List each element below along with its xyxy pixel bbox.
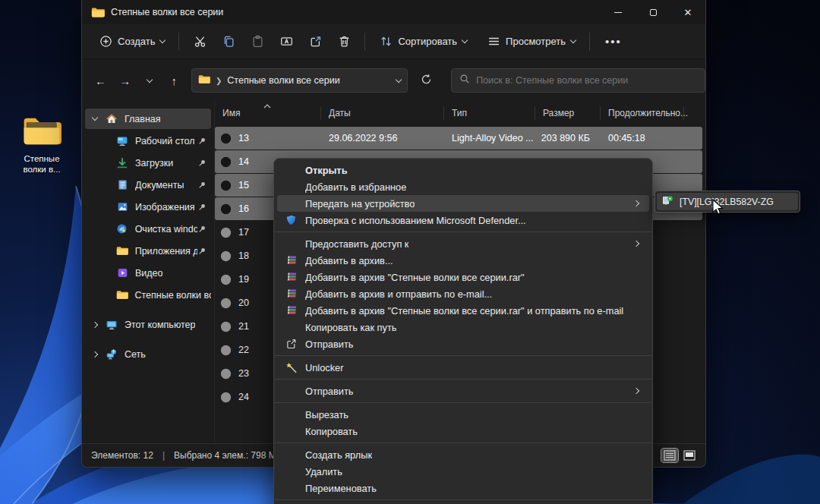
play-media-icon [220, 156, 232, 168]
sidebar-item-videos[interactable]: Видео [85, 263, 211, 283]
pin-icon [197, 159, 207, 168]
tv-device-icon [661, 195, 673, 209]
context-menu-item-add-to-archive[interactable]: Добавить в архив... [277, 252, 649, 269]
sidebar-item-label: Главная [125, 114, 161, 124]
context-menu-item-open[interactable]: Открыть [277, 162, 649, 178]
chevron-right-icon[interactable] [92, 351, 98, 357]
context-menu-item-share[interactable]: Отправить [277, 335, 649, 352]
chevron-down-icon [570, 37, 576, 43]
column-header-date[interactable]: Даты [321, 106, 444, 120]
share-icon [285, 338, 298, 351]
sidebar-item-network[interactable]: Сеть [85, 344, 211, 364]
desktop: Степные волки в... Степные волки все сер… [0, 0, 820, 504]
column-header-duration[interactable]: Продолжительно... [601, 106, 684, 120]
breadcrumb[interactable]: ❯ Степные волки все серии [191, 68, 408, 93]
sort-button[interactable]: Сортировать [371, 30, 475, 53]
sidebar-item-home[interactable]: Главная [85, 109, 211, 129]
winrar-icon [285, 271, 298, 284]
context-menu-item-cut[interactable]: Вырезать [277, 406, 649, 423]
details-view-button[interactable] [661, 449, 678, 462]
new-button[interactable]: Создать [91, 30, 172, 53]
toolbar-divider [364, 33, 365, 51]
copy-icon [222, 35, 235, 49]
cast-device-label: [TV][LG]32LB582V-ZG [680, 197, 774, 207]
documents-icon [115, 178, 129, 192]
share-button[interactable] [301, 30, 330, 53]
chevron-right-icon [633, 241, 639, 247]
sidebar-item-label: Изображения [135, 202, 195, 213]
context-menu-item-create-shortcut[interactable]: Создать ярлык [277, 446, 649, 463]
context-menu-item-give-access[interactable]: Предоставить доступ к [277, 235, 649, 252]
desktop-folder-shortcut[interactable]: Степные волки в... [14, 115, 70, 175]
column-header-size[interactable]: Размер [535, 106, 601, 120]
desktop-shortcut-label-line2: волки в... [14, 164, 70, 175]
chevron-right-icon[interactable] [92, 321, 98, 327]
details-view-icon [664, 450, 676, 461]
magic-wand-icon [285, 361, 298, 374]
winrar-icon [285, 288, 298, 301]
sidebar-item-pictures[interactable]: Изображения [85, 197, 211, 217]
sidebar-item-label: Загрузки [135, 158, 173, 169]
history-dropdown-button[interactable] [138, 69, 160, 92]
sidebar-item-label: Видео [135, 268, 163, 279]
sidebar-item-label: Степные волки вс [134, 290, 211, 301]
minimize-button[interactable] [601, 0, 636, 24]
context-menu-item-archive-and-email[interactable]: Добавить в архив и отправить по e-mail..… [277, 285, 649, 302]
chevron-down-icon [147, 76, 153, 82]
command-bar: Создать [82, 24, 705, 59]
chevron-right-icon [633, 388, 639, 394]
paste-button[interactable] [243, 30, 272, 53]
window-title: Степные волки все серии [111, 7, 223, 17]
cast-device-item[interactable]: [TV][LG]32LB582V-ZG [657, 193, 798, 210]
desktop-shortcut-label-line1: Степные [14, 153, 70, 164]
context-menu-item-send-to[interactable]: Отправить [277, 383, 649, 399]
menu-separator [275, 379, 651, 380]
view-button[interactable]: Просмотреть [479, 30, 583, 53]
sidebar-item-label: Рабочий стол [135, 136, 194, 146]
sidebar-item-downloads[interactable]: Загрузки [85, 153, 211, 173]
up-button[interactable]: ↑ [163, 69, 185, 92]
toolbar-divider [178, 33, 179, 51]
sidebar-item-apps-folder[interactable]: Приложения д [85, 241, 211, 261]
menu-separator [275, 443, 651, 443]
forward-button[interactable]: → [114, 69, 136, 92]
sidebar-item-desktop[interactable]: Рабочий стол [85, 131, 211, 151]
context-menu-item-rename[interactable]: Переименовать [277, 480, 649, 496]
context-menu-item-copy-as-path[interactable]: Копировать как путь [277, 319, 649, 335]
pin-icon [197, 181, 207, 190]
rename-button[interactable] [272, 30, 301, 53]
context-menu-item-cast-to-device[interactable]: Передать на устройство [277, 195, 649, 212]
copy-button[interactable] [214, 30, 243, 53]
more-options-button[interactable]: ••• [596, 35, 631, 48]
folder-icon [91, 7, 105, 18]
sidebar-item-this-pc[interactable]: Этот компьютер [85, 314, 211, 335]
search-input[interactable] [476, 75, 689, 86]
context-menu-item-defender-scan[interactable]: Проверка с использованием Microsoft Defe… [277, 212, 649, 228]
context-menu-item-add-to-archive-named[interactable]: Добавить в архив "Степные волки все сери… [277, 269, 649, 285]
refresh-button[interactable] [415, 69, 437, 92]
sidebar-item-cleanup[interactable]: Очистка windo [85, 219, 211, 239]
sidebar-item-documents[interactable]: Документы [85, 175, 211, 195]
maximize-icon [650, 9, 657, 16]
back-button[interactable]: ← [90, 69, 112, 92]
file-row[interactable]: 13 29.06.2022 9:56 Light-Alloy Video ...… [215, 127, 702, 150]
context-menu-item-delete[interactable]: Удалить [277, 463, 649, 480]
sidebar-item-steppe-wolves-folder[interactable]: Степные волки вс [85, 285, 211, 305]
menu-separator [275, 232, 651, 232]
delete-button[interactable] [330, 30, 358, 53]
column-header-type[interactable]: Тип [444, 106, 535, 120]
close-button[interactable]: ✕ [670, 0, 705, 24]
chevron-down-icon[interactable] [92, 115, 98, 121]
thumbnail-view-button[interactable] [681, 449, 698, 462]
cut-button[interactable] [185, 30, 214, 53]
chevron-down-icon[interactable] [396, 76, 402, 82]
navigation-pane: Главная Рабочий стол Загрузки [82, 101, 214, 443]
context-menu-item-archive-named-and-email[interactable]: Добавить в архив "Степные волки все сери… [277, 302, 649, 319]
context-menu-item-copy[interactable]: Копировать [277, 423, 649, 439]
context-menu-item-unlocker[interactable]: Unlocker [277, 359, 649, 376]
search-box[interactable] [451, 68, 705, 93]
mouse-cursor [712, 199, 725, 219]
menu-separator [275, 499, 651, 500]
context-menu-item-add-to-favorites[interactable]: Добавить в избранное [277, 178, 649, 195]
maximize-button[interactable] [636, 0, 670, 24]
